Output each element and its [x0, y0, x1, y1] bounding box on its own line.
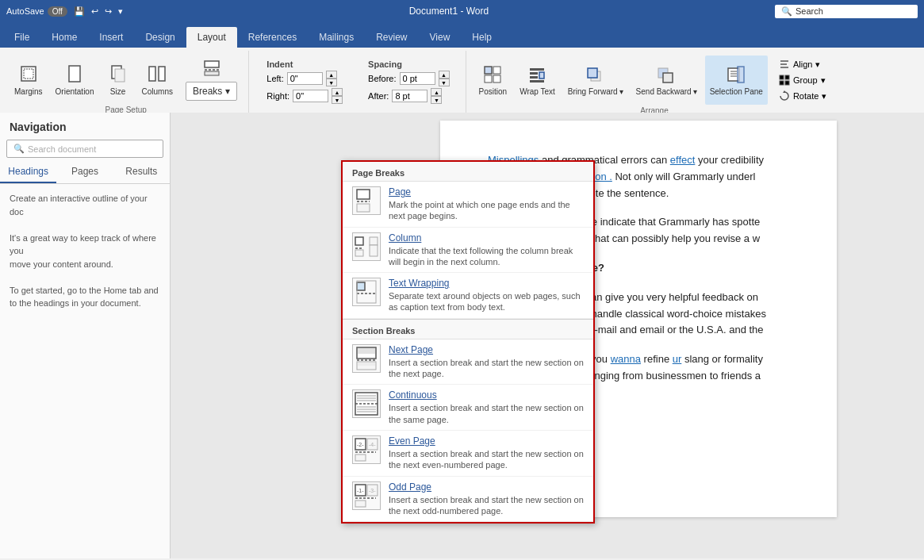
align-button[interactable]: Align ▾	[774, 57, 831, 71]
spacing-before-down[interactable]: ▼	[439, 79, 450, 86]
break-item-evenpage[interactable]: -2- -4- Even Page Insert a section break…	[343, 431, 593, 477]
search-input-box[interactable]: 🔍 Search document	[6, 140, 163, 158]
tab-headings[interactable]: Headings	[0, 161, 56, 183]
align-arrow: ▾	[815, 59, 820, 70]
column-break-content: Column Indicate that the text following …	[389, 232, 584, 268]
main-area: Navigation 🔍 Search document Headings Pa…	[0, 113, 924, 558]
continuous-break-icon	[352, 389, 381, 418]
more-icon[interactable]: ▾	[118, 6, 123, 17]
send-backward-label: Send Backward	[636, 87, 692, 96]
svg-rect-7	[205, 61, 219, 67]
send-backward-button[interactable]: Send Backward ▾	[631, 56, 702, 105]
continuous-break-title: Continuous	[389, 389, 584, 401]
indent-right-down[interactable]: ▼	[332, 96, 343, 104]
spacing-after-spinners[interactable]: ▲ ▼	[431, 88, 442, 104]
indent-left-input[interactable]	[287, 72, 323, 85]
search-placeholder: Search document	[28, 144, 96, 154]
ribbon-tabs: File Home Insert Design Layout Reference…	[0, 22, 924, 48]
indent-spacing-group: Indent Left: ▲ ▼ Right: ▲ ▼	[251, 51, 466, 113]
break-item-page[interactable]: Page Mark the point at which one page en…	[343, 182, 593, 228]
tab-review[interactable]: Review	[365, 27, 418, 48]
breaks-group: Breaks ▾	[181, 56, 242, 104]
save-icon[interactable]: 💾	[74, 6, 85, 17]
break-item-column[interactable]: Column Indicate that the text following …	[343, 228, 593, 274]
page-break-title: Page	[389, 186, 584, 198]
tab-mailings[interactable]: Mailings	[308, 27, 365, 48]
tab-pages[interactable]: Pages	[56, 161, 113, 183]
ur-text: ur	[673, 353, 682, 365]
redo-icon[interactable]: ↪	[105, 6, 112, 17]
position-button[interactable]: Position	[474, 56, 512, 105]
margins-button[interactable]: Margins	[10, 61, 48, 99]
break-item-oddpage[interactable]: -1- -3- Odd Page Insert a section break …	[343, 477, 593, 523]
spacing-after-input[interactable]	[392, 90, 427, 102]
tab-design[interactable]: Design	[134, 27, 186, 48]
autosave-toggle[interactable]: Off	[48, 6, 67, 17]
navigation-pane: Navigation 🔍 Search document Headings Pa…	[0, 113, 171, 558]
tab-references[interactable]: References	[237, 27, 308, 48]
size-label: Size	[110, 87, 125, 96]
page-break-icon	[352, 186, 381, 215]
svg-rect-34	[785, 81, 789, 85]
selection-pane-button[interactable]: Selection Pane	[705, 56, 768, 105]
rotate-button[interactable]: Rotate ▾	[774, 89, 831, 103]
break-item-continuous[interactable]: Continuous Insert a section break and st…	[343, 385, 593, 431]
indent-right-up[interactable]: ▲	[332, 88, 343, 96]
bring-forward-button[interactable]: Bring Forward ▾	[563, 56, 628, 105]
orientation-button[interactable]: Orientation	[51, 61, 99, 99]
indent-left-down[interactable]: ▼	[326, 79, 337, 86]
evenpage-break-icon: -2- -4-	[352, 435, 381, 464]
align-icon	[779, 59, 790, 70]
nav-line5: to the headings in your document.	[10, 297, 160, 310]
spacing-after-row: After: ▲ ▼	[368, 88, 449, 104]
tab-home[interactable]: Home	[40, 27, 88, 48]
spacing-after-up[interactable]: ▲	[431, 88, 442, 96]
send-backward-label-row: Send Backward ▾	[636, 87, 697, 96]
page-break-content: Page Mark the point at which one page en…	[389, 186, 584, 222]
textwrap-break-content: Text Wrapping Separate text around objec…	[389, 278, 584, 313]
title-search-box[interactable]: 🔍 Search	[775, 5, 918, 18]
tab-view[interactable]: View	[419, 27, 462, 48]
spacing-label: Spacing	[368, 59, 449, 69]
wrap-text-button[interactable]: Wrap Text	[515, 56, 560, 105]
svg-rect-53	[357, 362, 376, 370]
nav-line2: It's a great way to keep track of where …	[10, 232, 160, 258]
spacing-before-row: Before: ▲ ▼	[368, 71, 449, 86]
tab-help[interactable]: Help	[461, 27, 503, 48]
spacing-before-input[interactable]	[400, 72, 435, 85]
tab-insert[interactable]: Insert	[88, 27, 134, 48]
indent-left-up[interactable]: ▲	[326, 71, 337, 79]
group-button[interactable]: Group ▾	[774, 73, 831, 87]
tab-layout[interactable]: Layout	[186, 27, 237, 48]
spacing-before-up[interactable]: ▲	[439, 71, 450, 79]
nextpage-break-desc: Insert a section break and start the new…	[389, 357, 584, 380]
breaks-dropdown: Page Breaks Page Mark the point at which…	[341, 160, 595, 524]
spacing-before-spinners[interactable]: ▲ ▼	[439, 71, 450, 86]
undo-icon[interactable]: ↩	[91, 6, 98, 17]
svg-text:-4-: -4-	[369, 442, 376, 447]
indent-right-row: Right: ▲ ▼	[266, 88, 343, 104]
indent-right-spinners[interactable]: ▲ ▼	[332, 88, 343, 104]
size-button[interactable]: Size	[102, 61, 134, 99]
indent-right-input[interactable]	[293, 90, 328, 102]
bring-forward-arrow[interactable]: ▾	[619, 87, 623, 96]
oddpage-break-desc: Insert a section break and start the new…	[389, 494, 584, 517]
send-backward-arrow[interactable]: ▾	[693, 87, 697, 96]
indent-left-spinners[interactable]: ▲ ▼	[326, 71, 337, 86]
bring-forward-label-row: Bring Forward ▾	[568, 87, 623, 96]
rotate-arrow: ▾	[822, 91, 826, 102]
break-item-nextpage[interactable]: Next Page Insert a section break and sta…	[343, 339, 593, 385]
break-item-textwrap[interactable]: Text Wrapping Separate text around objec…	[343, 273, 593, 319]
tab-results[interactable]: Results	[113, 161, 170, 183]
indent-left-row: Left: ▲ ▼	[266, 71, 343, 86]
svg-rect-2	[69, 66, 80, 82]
tab-file[interactable]: File	[3, 27, 40, 48]
margins-icon	[19, 64, 38, 86]
selection-pane-label: Selection Pane	[710, 87, 763, 96]
columns-button[interactable]: Columns	[137, 61, 178, 99]
column-break-icon	[352, 232, 381, 261]
autosave-label: AutoSave Off	[6, 6, 67, 17]
section-breaks-section-title: Section Breaks	[343, 319, 593, 339]
spacing-after-down[interactable]: ▼	[431, 96, 442, 104]
breaks-dropdown-button[interactable]: Breaks ▾	[186, 82, 237, 101]
